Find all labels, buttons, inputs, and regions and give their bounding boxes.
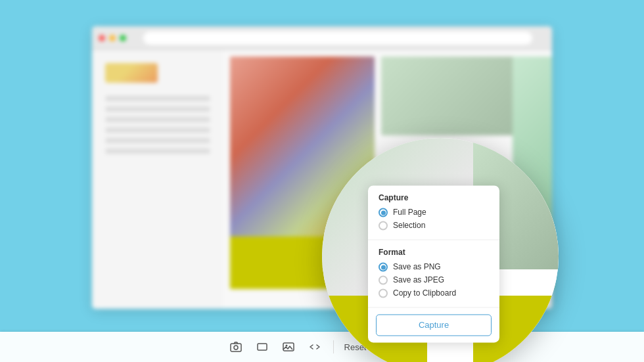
copy-clipboard-option[interactable]: Copy to Clipboard	[379, 288, 489, 298]
browser-nav-5	[105, 138, 210, 143]
browser-minimize-dot	[109, 35, 116, 41]
circle-magnifier: Capture Full Page Selection Format Save …	[322, 138, 559, 362]
save-png-radio[interactable]	[379, 262, 388, 271]
browser-logo	[105, 63, 158, 83]
full-page-radio[interactable]	[379, 208, 388, 217]
copy-clipboard-radio[interactable]	[379, 288, 388, 298]
full-page-option[interactable]: Full Page	[379, 208, 489, 217]
browser-yellow-1	[230, 237, 335, 289]
capture-section-title: Capture	[379, 193, 489, 202]
image-icon[interactable]	[281, 339, 296, 355]
rectangle-icon[interactable]	[254, 339, 270, 355]
svg-point-4	[285, 345, 287, 347]
save-png-label: Save as PNG	[393, 262, 441, 271]
capture-button[interactable]: Capture	[376, 314, 492, 336]
svg-rect-2	[258, 344, 267, 350]
browser-nav-2	[105, 106, 210, 112]
browser-nav-4	[105, 127, 210, 133]
selection-option[interactable]: Selection	[379, 221, 489, 230]
capture-popup: Capture Full Page Selection Format Save …	[368, 185, 499, 342]
format-section-title: Format	[379, 248, 489, 257]
browser-sidebar	[92, 50, 223, 309]
browser-url-bar	[143, 32, 532, 45]
full-page-label: Full Page	[393, 208, 426, 217]
camera-icon[interactable]	[228, 339, 244, 355]
browser-maximize-dot	[120, 35, 126, 41]
save-png-option[interactable]: Save as PNG	[379, 262, 489, 271]
browser-nav-1	[105, 96, 210, 101]
selection-radio[interactable]	[379, 221, 388, 230]
browser-close-dot	[99, 35, 105, 41]
save-jpeg-radio[interactable]	[379, 275, 388, 284]
save-jpeg-label: Save as JPEG	[393, 275, 444, 284]
copy-clipboard-label: Copy to Clipboard	[393, 288, 456, 298]
format-section: Format Save as PNG Save as JPEG Copy to …	[368, 240, 499, 307]
code-icon[interactable]	[307, 339, 323, 355]
svg-rect-0	[231, 344, 241, 351]
svg-point-1	[234, 346, 238, 350]
save-jpeg-option[interactable]: Save as JPEG	[379, 275, 489, 284]
popup-divider-2	[368, 307, 499, 307]
capture-section: Capture Full Page Selection	[368, 185, 499, 239]
browser-toolbar	[92, 26, 552, 50]
browser-nav-6	[105, 148, 210, 154]
browser-nav-3	[105, 117, 210, 122]
circle-content: Capture Full Page Selection Format Save …	[322, 138, 559, 362]
selection-label: Selection	[393, 221, 425, 230]
